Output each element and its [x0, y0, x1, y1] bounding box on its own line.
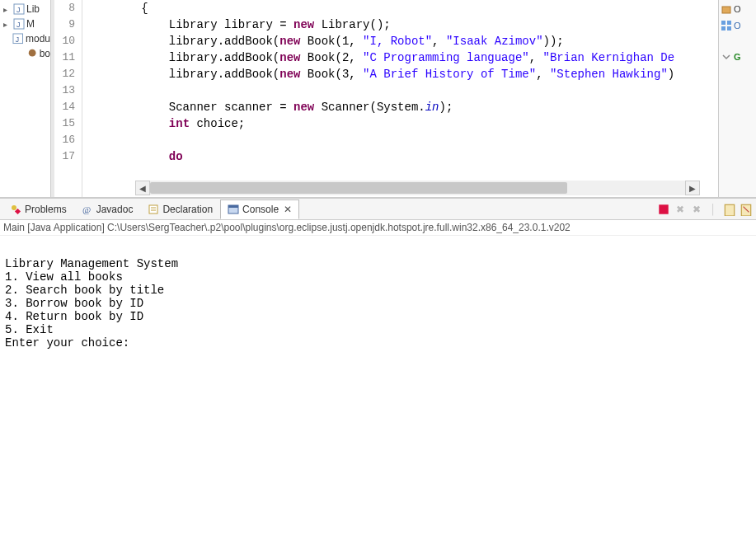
line-number: 10	[54, 33, 75, 49]
console-toolbar: ✖ ✖ │	[657, 203, 756, 216]
line-number: 17	[54, 148, 75, 165]
declaration-icon	[148, 204, 159, 215]
tab-label: Problems	[25, 204, 67, 215]
outline-panel: O O G	[718, 0, 756, 197]
svg-rect-7	[722, 7, 730, 13]
record-icon	[27, 48, 37, 59]
svg-text:@: @	[82, 204, 91, 214]
close-icon[interactable]: ✕	[284, 204, 292, 215]
svg-text:J: J	[16, 35, 19, 44]
line-number: 11	[54, 49, 75, 66]
editor-area: 891011121314151617 { Library library = n…	[51, 0, 718, 197]
line-number: 14	[54, 99, 75, 115]
tree-item-label: Lib	[26, 3, 40, 15]
outline-label: O	[734, 4, 741, 14]
package-icon	[721, 3, 732, 15]
tab-problems[interactable]: Problems	[2, 199, 74, 219]
svg-rect-11	[727, 26, 731, 31]
horizontal-scrollbar[interactable]: ◀ ▶	[135, 181, 700, 195]
outline-item[interactable]: O	[721, 20, 754, 31]
console-output[interactable]: Library Management System 1. View all bo…	[0, 236, 756, 528]
svg-rect-10	[721, 26, 725, 31]
line-number: 12	[54, 66, 75, 82]
svg-point-6	[29, 49, 36, 57]
terminate-icon[interactable]	[657, 203, 670, 216]
code-line[interactable]: int choice;	[86, 115, 718, 132]
clear-console-icon[interactable]	[723, 203, 736, 216]
code-editor[interactable]: { Library library = new Library(); libra…	[82, 0, 718, 197]
divider-icon: │	[707, 203, 720, 216]
tab-label: Console	[242, 204, 279, 215]
svg-rect-18	[659, 204, 668, 214]
javadoc-icon: @	[82, 204, 93, 215]
tree-item-label: bo	[40, 48, 50, 59]
svg-rect-15	[149, 205, 157, 214]
line-number: 9	[54, 16, 75, 33]
code-line[interactable]: Scanner scanner = new Scanner(System.in)…	[86, 99, 718, 115]
tree-item[interactable]: Jmodu	[0, 31, 50, 46]
line-number: 16	[54, 132, 75, 148]
bottom-panel: Problems@JavadocDeclarationConsole✕ ✖ ✖ …	[0, 198, 756, 528]
tree-item-label: modu	[26, 33, 50, 45]
package-explorer[interactable]: ▸JLib▸JMJmodubo	[0, 0, 51, 197]
line-number: 15	[54, 115, 75, 132]
code-line[interactable]: Library library = new Library();	[86, 16, 718, 33]
tab-label: Javadoc	[96, 204, 134, 215]
svg-point-12	[12, 205, 16, 210]
console-icon	[228, 204, 239, 215]
tab-declaration[interactable]: Declaration	[140, 199, 220, 219]
scroll-right-arrow-icon[interactable]: ▶	[685, 181, 700, 195]
line-number: 13	[54, 82, 75, 99]
java-file-icon: J	[12, 33, 24, 45]
java-file-icon: J	[13, 18, 25, 30]
tab-label: Declaration	[162, 204, 213, 215]
view-tabs: Problems@JavadocDeclarationConsole✕ ✖ ✖ …	[0, 199, 756, 220]
outline-item[interactable]: G	[721, 51, 754, 63]
code-line[interactable]	[86, 132, 718, 148]
svg-text:J: J	[16, 6, 21, 14]
launch-info: Main [Java Application] C:\Users\SergTea…	[0, 220, 756, 236]
outline-label: G	[734, 52, 741, 62]
tree-item[interactable]: bo	[0, 46, 50, 61]
remove-all-icon[interactable]: ✖	[690, 203, 703, 216]
outline-item[interactable]: O	[721, 3, 754, 15]
tree-item[interactable]: ▸JLib	[0, 2, 50, 16]
svg-rect-9	[727, 21, 731, 25]
tree-item[interactable]: ▸JM	[0, 16, 50, 31]
code-line[interactable]: library.addBook(new Book(2, "C Programmi…	[86, 49, 718, 66]
tab-javadoc[interactable]: @Javadoc	[74, 199, 141, 219]
scroll-thumb[interactable]	[150, 182, 567, 194]
tab-console[interactable]: Console✕	[220, 199, 299, 219]
expand-icon[interactable]: ▸	[0, 20, 10, 29]
scroll-track[interactable]	[150, 181, 685, 195]
code-line[interactable]: library.addBook(new Book(3, "A Brief His…	[86, 66, 718, 82]
code-line[interactable]: do	[86, 148, 718, 165]
code-line[interactable]	[86, 82, 718, 99]
svg-rect-19	[725, 204, 734, 216]
svg-rect-20	[741, 204, 750, 216]
scroll-lock-icon[interactable]	[740, 203, 753, 216]
svg-text:J: J	[16, 21, 21, 29]
outline-label: O	[734, 21, 741, 31]
scroll-left-arrow-icon[interactable]: ◀	[135, 181, 150, 195]
line-number: 8	[54, 0, 75, 16]
svg-rect-8	[721, 21, 725, 25]
tree-item-label: M	[26, 18, 35, 30]
expand-icon[interactable]: ▸	[0, 5, 10, 14]
code-line[interactable]: {	[86, 0, 718, 16]
problems-icon	[10, 204, 21, 215]
line-gutter: 891011121314151617	[54, 0, 82, 197]
grid-icon	[721, 20, 732, 31]
code-line[interactable]: library.addBook(new Book(1, "I, Robot", …	[86, 33, 718, 49]
java-file-icon: J	[13, 3, 25, 15]
remove-launch-icon[interactable]: ✖	[674, 203, 687, 216]
chevron-down-icon	[721, 51, 732, 63]
svg-rect-17	[228, 205, 238, 208]
